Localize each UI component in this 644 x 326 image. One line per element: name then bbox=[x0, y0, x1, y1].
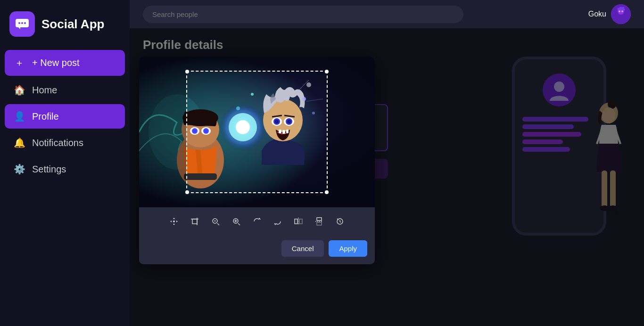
sidebar-item-label: Profile bbox=[32, 111, 59, 122]
svg-rect-65 bbox=[299, 219, 302, 224]
crop-modal-overlay: Cancel Apply bbox=[130, 28, 644, 326]
sidebar-item-profile[interactable]: 👤 Profile bbox=[5, 104, 125, 129]
svg-line-59 bbox=[217, 223, 219, 225]
search-input[interactable] bbox=[143, 6, 463, 23]
profile-page: Profile details Profile picture Descript… bbox=[130, 28, 644, 326]
crop-tool[interactable] bbox=[187, 214, 202, 229]
svg-point-2 bbox=[21, 22, 23, 24]
svg-point-9 bbox=[622, 11, 623, 12]
svg-rect-68 bbox=[317, 222, 322, 225]
header: Goku bbox=[130, 0, 644, 28]
avatar bbox=[611, 4, 631, 24]
svg-point-1 bbox=[18, 22, 20, 24]
avatar-image bbox=[611, 4, 631, 24]
flip-vertical-tool[interactable] bbox=[312, 214, 327, 229]
plus-icon: ＋ bbox=[13, 57, 25, 69]
crop-handle-bottomright[interactable] bbox=[325, 190, 329, 194]
crop-toolbar bbox=[139, 207, 375, 236]
sidebar-item-label: Notifications bbox=[32, 138, 83, 148]
flip-horizontal-tool[interactable] bbox=[291, 214, 306, 229]
main-nav: ＋ + New post 🏠 Home 👤 Profile 🔔 Notifica… bbox=[0, 50, 130, 181]
crop-handle-bottomleft[interactable] bbox=[185, 190, 189, 194]
crop-image-background bbox=[139, 57, 375, 207]
crop-handle-topleft[interactable] bbox=[185, 70, 189, 73]
home-icon: 🏠 bbox=[13, 84, 25, 96]
sidebar-item-notifications[interactable]: 🔔 Notifications bbox=[5, 130, 125, 155]
app-name: Social App bbox=[41, 17, 104, 32]
sidebar-item-label: Settings bbox=[32, 164, 66, 175]
username: Goku bbox=[588, 10, 606, 18]
profile-icon: 👤 bbox=[13, 111, 25, 122]
svg-point-8 bbox=[619, 11, 620, 12]
zoom-out-tool[interactable] bbox=[208, 214, 223, 229]
bell-icon: 🔔 bbox=[13, 137, 25, 148]
sidebar-item-settings[interactable]: ⚙️ Settings bbox=[5, 157, 125, 181]
crop-handle-topright[interactable] bbox=[325, 70, 329, 73]
gear-icon: ⚙️ bbox=[13, 163, 25, 175]
crop-action-buttons: Cancel Apply bbox=[139, 236, 375, 264]
main-content: Goku Profile details Prof bbox=[130, 0, 644, 326]
crop-modal: Cancel Apply bbox=[139, 57, 375, 264]
apply-button[interactable]: Apply bbox=[329, 240, 367, 257]
rotate-left-tool[interactable] bbox=[249, 214, 264, 229]
sidebar-item-new-post[interactable]: ＋ + New post bbox=[5, 50, 125, 76]
sidebar-item-label: + New post bbox=[32, 57, 80, 68]
sidebar-item-home[interactable]: 🏠 Home bbox=[5, 78, 125, 102]
svg-rect-67 bbox=[317, 218, 322, 220]
svg-point-3 bbox=[24, 22, 26, 24]
app-logo: Social App bbox=[0, 0, 130, 50]
reset-tool[interactable] bbox=[332, 214, 347, 229]
svg-line-63 bbox=[238, 223, 240, 225]
zoom-in-tool[interactable] bbox=[229, 214, 244, 229]
svg-rect-64 bbox=[295, 219, 297, 224]
svg-rect-54 bbox=[192, 219, 197, 224]
rotate-right-tool[interactable] bbox=[270, 214, 285, 229]
chat-icon bbox=[15, 16, 30, 32]
crop-image-area bbox=[139, 57, 375, 207]
user-info: Goku bbox=[588, 4, 631, 24]
move-tool[interactable] bbox=[166, 214, 182, 229]
sidebar: Social App ＋ + New post 🏠 Home 👤 Profile… bbox=[0, 0, 130, 326]
sidebar-item-label: Home bbox=[32, 85, 57, 96]
cancel-button[interactable]: Cancel bbox=[281, 240, 324, 257]
logo-icon bbox=[9, 11, 35, 37]
crop-selection-box[interactable] bbox=[186, 71, 328, 193]
